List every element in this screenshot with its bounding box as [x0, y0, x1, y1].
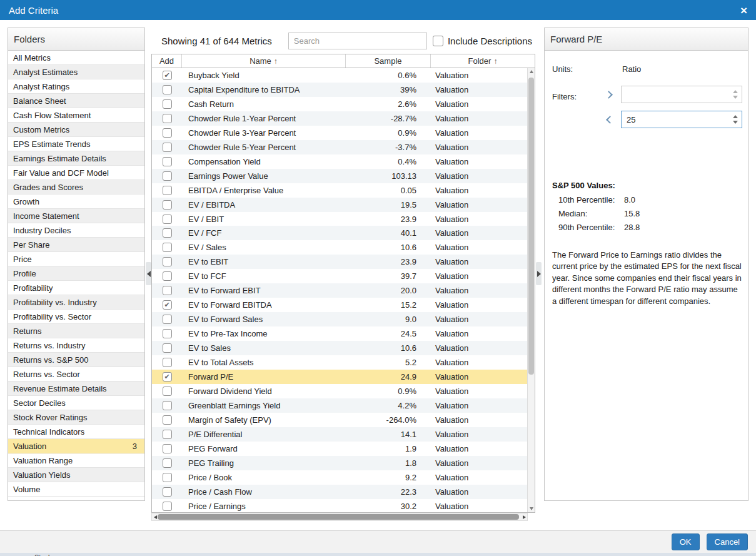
- metric-row[interactable]: Chowder Rule 3-Year Percent0.9%Valuation: [152, 126, 535, 140]
- metric-add-checkbox[interactable]: ✔: [163, 71, 172, 80]
- metric-add-checkbox[interactable]: [163, 200, 172, 210]
- metric-add-checkbox[interactable]: [163, 358, 172, 367]
- metric-add-checkbox[interactable]: [163, 444, 172, 453]
- folder-item[interactable]: Growth: [8, 195, 144, 209]
- metric-row[interactable]: Price / Cash Flow22.3Valuation: [152, 485, 535, 499]
- metric-add-checkbox[interactable]: [163, 243, 172, 252]
- metric-row[interactable]: EV / FCF40.1Valuation: [152, 226, 535, 240]
- metric-add-checkbox[interactable]: [163, 257, 172, 266]
- scroll-up-arrow[interactable]: [528, 68, 535, 75]
- folder-item[interactable]: Valuation Range: [8, 453, 144, 468]
- metric-row[interactable]: EV / EBITDA19.5Valuation: [152, 198, 535, 212]
- metric-row[interactable]: Price / Earnings30.2Valuation: [152, 499, 535, 512]
- metric-add-checkbox[interactable]: [163, 157, 172, 166]
- metric-add-checkbox[interactable]: [163, 315, 172, 324]
- metric-add-checkbox[interactable]: [163, 228, 172, 238]
- metric-row[interactable]: Chowder Rule 1-Year Percent-28.7%Valuati…: [152, 111, 535, 126]
- metric-add-checkbox[interactable]: [163, 487, 172, 497]
- folder-item[interactable]: Returns vs. Industry: [8, 338, 144, 353]
- folder-item[interactable]: Income Statement: [8, 209, 144, 223]
- filter-greater-input[interactable]: [621, 86, 742, 103]
- metric-row[interactable]: EV to Forward Sales9.0Valuation: [152, 312, 535, 326]
- spinner-icon[interactable]: [733, 115, 738, 124]
- horizontal-scrollbar-thumb[interactable]: [158, 514, 519, 520]
- metric-add-checkbox[interactable]: [163, 286, 172, 295]
- metric-add-checkbox[interactable]: [163, 143, 172, 152]
- metric-add-checkbox[interactable]: [163, 415, 172, 425]
- metric-add-checkbox[interactable]: [163, 502, 172, 511]
- column-header-sample[interactable]: Sample: [346, 54, 431, 68]
- folder-item[interactable]: Profitability vs. Sector: [8, 310, 144, 324]
- metric-add-checkbox[interactable]: [163, 186, 172, 195]
- folder-item[interactable]: Volume: [8, 482, 144, 497]
- folder-item[interactable]: Profitability vs. Industry: [8, 295, 144, 310]
- metric-row[interactable]: Capital Expenditure to EBITDA39%Valuatio…: [152, 83, 535, 97]
- folder-item[interactable]: Sector Deciles: [8, 396, 144, 410]
- include-descriptions-checkbox[interactable]: [433, 36, 443, 46]
- metric-row[interactable]: EBITDA / Enterprise Value0.05Valuation: [152, 183, 535, 198]
- collapse-right-handle[interactable]: [536, 262, 542, 285]
- metric-row[interactable]: PEG Forward1.9Valuation: [152, 442, 535, 456]
- folder-item[interactable]: Analyst Estimates: [8, 65, 144, 79]
- folder-item[interactable]: Stock Rover Ratings: [8, 410, 144, 425]
- metric-row[interactable]: PEG Trailing1.8Valuation: [152, 456, 535, 470]
- metric-row[interactable]: ✔EV to Forward EBITDA15.2Valuation: [152, 298, 535, 312]
- folder-item[interactable]: All Metrics: [8, 51, 144, 65]
- metric-row[interactable]: EV to EBIT23.9Valuation: [152, 255, 535, 269]
- filter-less-input[interactable]: [621, 111, 742, 128]
- metric-row[interactable]: EV to Pre-Tax Income24.5Valuation: [152, 326, 535, 341]
- metric-add-checkbox[interactable]: [163, 85, 172, 94]
- folder-item[interactable]: Profile: [8, 266, 144, 281]
- spinner-icon[interactable]: [733, 90, 738, 99]
- scroll-right-arrow[interactable]: [521, 513, 527, 520]
- vertical-scrollbar[interactable]: [527, 68, 535, 512]
- metric-row[interactable]: ✔Forward P/E24.9Valuation: [152, 370, 535, 384]
- metric-add-checkbox[interactable]: [163, 128, 172, 138]
- metric-row[interactable]: Margin of Safety (EPV)-264.0%Valuation: [152, 413, 535, 427]
- metric-row[interactable]: EV to Sales10.6Valuation: [152, 341, 535, 355]
- metric-add-checkbox[interactable]: [163, 329, 172, 338]
- metric-add-checkbox[interactable]: [163, 401, 172, 410]
- metric-add-checkbox[interactable]: ✔: [163, 372, 172, 382]
- folder-item[interactable]: Earnings Estimate Details: [8, 151, 144, 166]
- folder-item[interactable]: Industry Deciles: [8, 223, 144, 238]
- folder-item[interactable]: Valuation3: [8, 439, 144, 453]
- horizontal-scrollbar[interactable]: [151, 513, 528, 521]
- column-header-name[interactable]: Name ↑: [182, 54, 346, 68]
- metric-add-checkbox[interactable]: [163, 215, 172, 224]
- metric-add-checkbox[interactable]: [163, 114, 172, 123]
- metric-add-checkbox[interactable]: [163, 343, 172, 353]
- metric-add-checkbox[interactable]: ✔: [163, 300, 172, 310]
- metric-row[interactable]: EV / EBIT23.9Valuation: [152, 212, 535, 226]
- metric-add-checkbox[interactable]: [163, 473, 172, 482]
- column-header-add[interactable]: Add: [152, 54, 182, 68]
- metric-add-checkbox[interactable]: [163, 271, 172, 281]
- folder-item[interactable]: Per Share: [8, 238, 144, 252]
- metric-row[interactable]: Compensation Yield0.4%Valuation: [152, 154, 535, 169]
- metric-row[interactable]: Chowder Rule 5-Year Percent-3.7%Valuatio…: [152, 140, 535, 154]
- folder-item[interactable]: Balance Sheet: [8, 94, 144, 108]
- metric-row[interactable]: Greenblatt Earnings Yield4.2%Valuation: [152, 398, 535, 413]
- metric-row[interactable]: EV / Sales10.6Valuation: [152, 240, 535, 255]
- folder-item[interactable]: Fair Value and DCF Model: [8, 166, 144, 180]
- metric-add-checkbox[interactable]: [163, 387, 172, 396]
- folder-item[interactable]: Returns: [8, 324, 144, 338]
- close-icon[interactable]: ×: [740, 4, 747, 16]
- folder-item[interactable]: Analyst Ratings: [8, 79, 144, 94]
- vertical-scrollbar-thumb[interactable]: [528, 78, 534, 375]
- metric-row[interactable]: EV to Forward EBIT20.0Valuation: [152, 283, 535, 298]
- ok-button[interactable]: OK: [672, 533, 700, 550]
- folder-item[interactable]: Profitability: [8, 281, 144, 295]
- folder-item[interactable]: Technical Indicators: [8, 425, 144, 439]
- cancel-button[interactable]: Cancel: [707, 533, 748, 550]
- metric-row[interactable]: ✔Buyback Yield0.6%Valuation: [152, 68, 535, 83]
- folder-item[interactable]: Returns vs. Sector: [8, 367, 144, 382]
- folder-item[interactable]: Grades and Scores: [8, 180, 144, 195]
- metric-row[interactable]: EV to FCF39.7Valuation: [152, 269, 535, 283]
- folder-item[interactable]: Custom Metrics: [8, 123, 144, 137]
- collapse-left-handle[interactable]: [146, 262, 151, 285]
- metric-row[interactable]: EV to Total Assets5.2Valuation: [152, 355, 535, 370]
- metric-row[interactable]: Cash Return2.6%Valuation: [152, 97, 535, 111]
- folder-item[interactable]: Revenue Estimate Details: [8, 382, 144, 396]
- metric-row[interactable]: Earnings Power Value103.13Valuation: [152, 169, 535, 183]
